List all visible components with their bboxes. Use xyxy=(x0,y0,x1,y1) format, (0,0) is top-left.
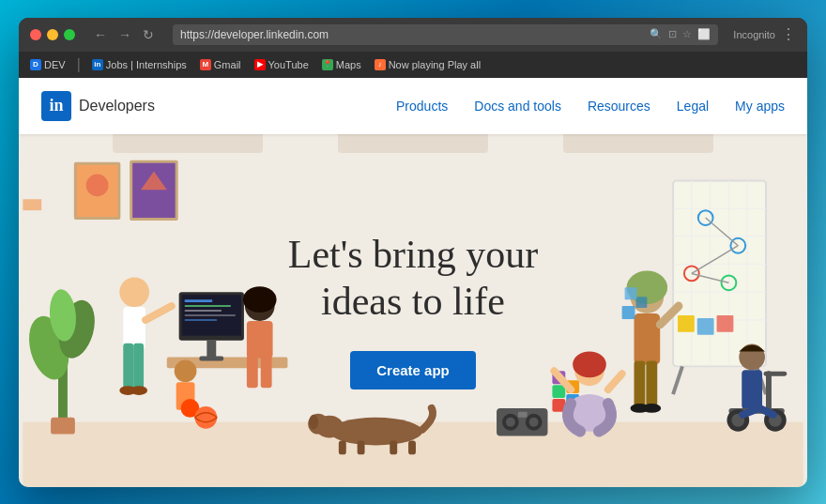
nav-products[interactable]: Products xyxy=(396,99,448,114)
forward-button[interactable]: → xyxy=(115,25,135,44)
title-bar: ← → ↻ https://developer.linkedin.com 🔍 ⊡… xyxy=(19,18,807,52)
svg-rect-23 xyxy=(185,299,213,302)
svg-rect-82 xyxy=(717,314,734,331)
svg-rect-16 xyxy=(133,343,144,389)
bookmark-gmail[interactable]: M Gmail xyxy=(196,57,245,72)
svg-point-13 xyxy=(119,277,149,307)
jobs-favicon: in xyxy=(92,59,103,70)
bookmark-youtube-label: YouTube xyxy=(268,59,309,70)
window-controls: Incognito ⋮ xyxy=(733,25,796,43)
svg-point-3 xyxy=(86,174,109,196)
svg-rect-44 xyxy=(358,440,365,454)
svg-line-62 xyxy=(608,374,622,389)
hero-title: Let's bring your ideas to life xyxy=(288,231,539,326)
maximize-button[interactable] xyxy=(64,29,75,40)
svg-rect-45 xyxy=(390,440,397,454)
svg-rect-89 xyxy=(634,360,645,406)
svg-point-38 xyxy=(194,405,217,428)
bookmark-dev[interactable]: D DEV xyxy=(26,57,69,72)
hero-text-block: Let's bring your ideas to life Create ap… xyxy=(288,231,539,390)
svg-rect-81 xyxy=(697,317,714,334)
svg-rect-55 xyxy=(552,385,565,398)
svg-rect-33 xyxy=(247,355,258,388)
svg-rect-90 xyxy=(646,360,657,406)
svg-rect-15 xyxy=(123,343,133,389)
search-icon: 🔍 xyxy=(650,28,663,40)
bookmark-nowplaying-label: Now playing Play all xyxy=(389,59,481,70)
svg-rect-27 xyxy=(185,318,218,320)
brand-label: Developers xyxy=(79,98,155,115)
svg-point-42 xyxy=(309,414,318,429)
toolbar-row: D DEV | in Jobs | Internships M Gmail ▶ … xyxy=(19,52,807,78)
nav-buttons: ← → ↻ xyxy=(90,25,158,44)
bookmark-gmail-label: Gmail xyxy=(214,59,241,70)
svg-rect-14 xyxy=(123,307,145,349)
svg-rect-25 xyxy=(185,310,222,312)
url-text: https://developer.linkedin.com xyxy=(180,28,644,41)
linkedin-logo-icon: in xyxy=(41,91,71,121)
main-nav: Products Docs and tools Resources Legal … xyxy=(396,99,785,114)
linkedin-header: in Developers Products Docs and tools Re… xyxy=(19,78,807,134)
svg-point-31 xyxy=(243,286,277,313)
linkedin-logo[interactable]: in Developers xyxy=(41,91,155,121)
youtube-favicon: ▶ xyxy=(254,59,266,70)
svg-rect-34 xyxy=(261,355,272,388)
bookmark-maps-label: Maps xyxy=(336,59,361,70)
svg-line-83 xyxy=(673,366,682,394)
svg-rect-24 xyxy=(185,305,231,307)
dev-favicon: D xyxy=(30,59,41,70)
nav-resources[interactable]: Resources xyxy=(588,99,650,114)
gmail-favicon: M xyxy=(200,59,211,70)
page-content: in Developers Products Docs and tools Re… xyxy=(19,78,807,487)
browser-window: ← → ↻ https://developer.linkedin.com 🔍 ⊡… xyxy=(19,18,807,487)
svg-point-35 xyxy=(175,359,197,382)
svg-rect-43 xyxy=(339,440,346,454)
svg-rect-7 xyxy=(23,199,41,210)
svg-point-49 xyxy=(506,417,515,426)
browser-chrome: ← → ↻ https://developer.linkedin.com 🔍 ⊡… xyxy=(19,18,807,78)
svg-rect-106 xyxy=(625,287,637,299)
nav-docs-tools[interactable]: Docs and tools xyxy=(474,99,561,114)
svg-point-18 xyxy=(130,386,147,395)
svg-point-51 xyxy=(529,417,539,426)
svg-line-19 xyxy=(145,306,172,320)
tab-icon: ⬜ xyxy=(697,28,711,40)
nav-legal[interactable]: Legal xyxy=(677,99,709,114)
close-button[interactable] xyxy=(30,29,41,40)
svg-rect-12 xyxy=(51,417,75,434)
address-icons: 🔍 ⊡ ☆ ⬜ xyxy=(650,28,711,40)
maps-favicon: 📍 xyxy=(322,59,333,70)
svg-rect-94 xyxy=(742,370,762,409)
incognito-label: Incognito xyxy=(733,25,775,43)
minimize-button[interactable] xyxy=(47,29,58,40)
svg-rect-80 xyxy=(678,314,695,331)
cast-icon: ⊡ xyxy=(668,28,677,40)
bookmark-dev-label: DEV xyxy=(44,59,66,70)
menu-icon[interactable]: ⋮ xyxy=(781,25,796,43)
svg-rect-29 xyxy=(199,356,223,360)
svg-rect-104 xyxy=(622,306,635,319)
separator-1: | xyxy=(77,56,81,73)
svg-rect-96 xyxy=(766,371,772,414)
bookmark-maps[interactable]: 📍 Maps xyxy=(318,57,365,72)
nowplaying-favicon: ♪ xyxy=(375,59,386,70)
bookmark-icon: ☆ xyxy=(682,28,692,40)
bookmark-now-playing[interactable]: ♪ Now playing Play all xyxy=(371,57,484,72)
svg-point-59 xyxy=(573,351,606,377)
nav-my-apps[interactable]: My apps xyxy=(735,99,785,114)
svg-rect-52 xyxy=(518,411,528,417)
bookmark-jobs-label: Jobs | Internships xyxy=(106,59,187,70)
hero-section: Let's bring your ideas to life Create ap… xyxy=(19,134,807,487)
svg-rect-87 xyxy=(634,313,660,363)
bookmark-youtube[interactable]: ▶ YouTube xyxy=(251,57,313,72)
address-bar[interactable]: https://developer.linkedin.com 🔍 ⊡ ☆ ⬜ xyxy=(173,24,718,45)
logo-letter: in xyxy=(49,96,63,115)
back-button[interactable]: ← xyxy=(90,25,111,44)
svg-rect-46 xyxy=(408,440,416,454)
svg-rect-32 xyxy=(247,320,273,358)
traffic-lights xyxy=(30,29,75,40)
bookmark-jobs[interactable]: in Jobs | Internships xyxy=(88,57,191,72)
create-app-button[interactable]: Create app xyxy=(350,351,476,389)
refresh-button[interactable]: ↻ xyxy=(139,25,158,44)
svg-rect-5 xyxy=(132,162,176,217)
